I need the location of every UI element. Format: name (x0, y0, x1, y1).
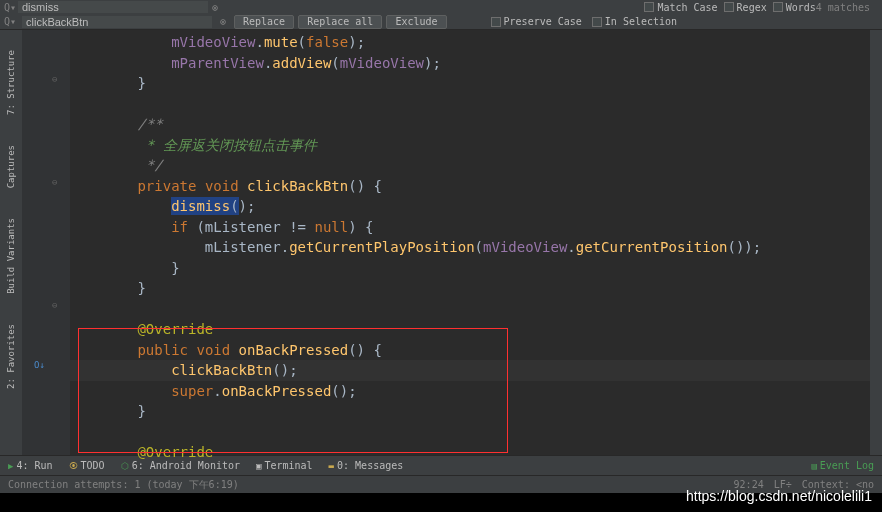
override-gutter-icon[interactable]: O↓ (34, 360, 45, 370)
watermark: https://blog.csdn.net/nicolelili1 (686, 488, 872, 504)
preserve-case-checkbox[interactable]: Preserve Case (491, 16, 582, 27)
match-case-checkbox[interactable]: Match Case (644, 2, 717, 13)
left-tool-sidebar: 7: Structure Captures Build Variants 2: … (0, 30, 22, 455)
words-checkbox[interactable]: Words (773, 2, 816, 13)
replace-all-button[interactable]: Replace all (298, 15, 382, 29)
replace-button[interactable]: Replace (234, 15, 294, 29)
replace-input[interactable] (22, 16, 212, 28)
find-input[interactable] (18, 1, 208, 13)
matches-count: 4 matches (816, 2, 870, 13)
fold-icon[interactable]: ⊖ (52, 74, 57, 84)
editor-scrollbar[interactable] (870, 30, 882, 455)
build-variants-tab[interactable]: Build Variants (6, 218, 16, 294)
replace-icon: Q▾ (4, 16, 18, 27)
clear-replace-icon[interactable]: ⊗ (216, 16, 230, 27)
fold-icon[interactable]: ⊖ (52, 177, 57, 187)
regex-checkbox[interactable]: Regex (724, 2, 767, 13)
captures-tab[interactable]: Captures (6, 145, 16, 188)
in-selection-checkbox[interactable]: In Selection (592, 16, 677, 27)
run-tool[interactable]: ▶4: Run (8, 460, 53, 471)
editor-gutter: ⊖ ⊖ ⊖ O↓ (22, 30, 70, 455)
clear-find-icon[interactable]: ⊗ (208, 2, 222, 13)
fold-icon[interactable]: ⊖ (52, 300, 57, 310)
favorites-tab[interactable]: 2: Favorites (6, 324, 16, 389)
structure-tab[interactable]: 7: Structure (6, 50, 16, 115)
code-editor[interactable]: mVideoView.mute(false); mParentView.addV… (70, 30, 870, 455)
status-message: Connection attempts: 1 (today 下午6:19) (8, 478, 239, 492)
find-icon: Q▾ (4, 2, 18, 13)
exclude-button[interactable]: Exclude (386, 15, 446, 29)
